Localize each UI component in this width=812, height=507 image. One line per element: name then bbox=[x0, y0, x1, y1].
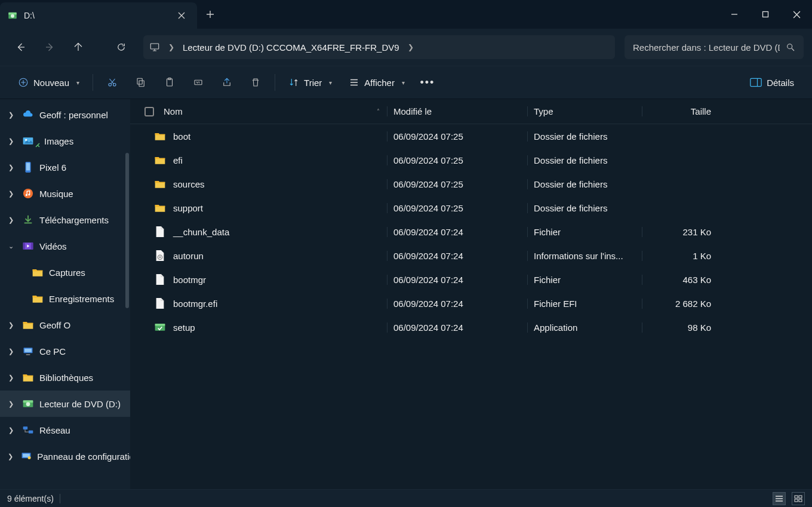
chevron-icon[interactable]: ❯ bbox=[5, 453, 16, 460]
toolbar: Nouveau ▾ Trier ▾ Afficher ▾ ••• Détails bbox=[0, 66, 812, 99]
chevron-icon[interactable]: ❯ bbox=[5, 216, 17, 224]
copy-button[interactable] bbox=[128, 71, 154, 94]
maximize-button[interactable] bbox=[750, 0, 781, 29]
header-type[interactable]: Type bbox=[527, 106, 642, 116]
file-modified: 06/09/2024 07:25 bbox=[387, 155, 527, 165]
sort-button[interactable]: Trier ▾ bbox=[281, 71, 339, 94]
minimize-button[interactable] bbox=[719, 0, 750, 29]
file-row[interactable]: bootmgr06/09/2024 07:24Fichier463 Ko bbox=[130, 268, 812, 291]
sidebar-item[interactable]: Enregistrements bbox=[0, 285, 130, 312]
file-name: sources bbox=[173, 179, 205, 189]
sidebar-item[interactable]: Captures bbox=[0, 259, 130, 285]
sidebar-item[interactable]: ❯Bibliothèques bbox=[0, 364, 130, 391]
svg-rect-14 bbox=[751, 78, 761, 86]
file-row[interactable]: efi06/09/2024 07:25Dossier de fichiers bbox=[130, 148, 812, 172]
tab-close-button[interactable] bbox=[173, 7, 190, 24]
chevron-icon[interactable]: ❯ bbox=[5, 400, 17, 408]
file-row[interactable]: sources06/09/2024 07:25Dossier de fichie… bbox=[130, 172, 812, 196]
chevron-icon[interactable]: ❯ bbox=[5, 426, 17, 434]
chevron-icon[interactable]: ❯ bbox=[5, 348, 17, 355]
folder-icon bbox=[154, 202, 166, 214]
sidebar-item-label: Lecteur de DVD (D:) bbox=[39, 399, 121, 409]
titlebar: D:\ bbox=[0, 0, 812, 29]
file-row[interactable]: support06/09/2024 07:25Dossier de fichie… bbox=[130, 196, 812, 220]
sidebar-item[interactable]: ❯Téléchargements bbox=[0, 207, 130, 233]
sidebar-item-label: Réseau bbox=[39, 425, 70, 435]
details-pane-button[interactable]: Détails bbox=[743, 71, 801, 94]
sidebar-item[interactable]: ❯Pixel 6 bbox=[0, 154, 130, 180]
svg-rect-41 bbox=[795, 499, 798, 502]
breadcrumb-segment[interactable]: Lecteur de DVD (D:) CCCOMA_X64FRE_FR-FR_… bbox=[183, 42, 399, 53]
header-name[interactable]: Nom ˄ bbox=[130, 106, 387, 116]
chevron-right-icon[interactable]: ❯ bbox=[405, 43, 416, 51]
file-row[interactable]: setup06/09/2024 07:24Application98 Ko bbox=[130, 315, 812, 339]
forward-button[interactable] bbox=[37, 35, 62, 60]
chevron-icon[interactable]: ⌄ bbox=[5, 242, 17, 250]
sidebar-item[interactable]: ❯Musique bbox=[0, 180, 130, 207]
sidebar-item[interactable]: ❯Geoff : personnel bbox=[0, 102, 130, 128]
svg-rect-9 bbox=[139, 81, 144, 87]
svg-point-16 bbox=[25, 139, 27, 141]
rename-button[interactable] bbox=[185, 71, 211, 94]
app-icon bbox=[154, 321, 166, 333]
chevron-icon[interactable]: ❯ bbox=[5, 164, 17, 171]
chevron-icon[interactable]: ❯ bbox=[5, 111, 17, 119]
file-type: Dossier de fichiers bbox=[527, 131, 642, 142]
chevron-icon[interactable]: ❯ bbox=[5, 137, 17, 145]
dvd-icon bbox=[21, 397, 35, 410]
header-modified[interactable]: Modifié le bbox=[387, 106, 527, 116]
window-controls bbox=[719, 0, 812, 29]
chevron-icon[interactable]: ❯ bbox=[5, 374, 17, 382]
close-button[interactable] bbox=[781, 0, 812, 29]
refresh-button[interactable] bbox=[109, 35, 134, 60]
file-type: Informations sur l'ins... bbox=[527, 251, 642, 261]
sidebar-scrollbar[interactable] bbox=[125, 153, 129, 308]
thumbnails-view-toggle[interactable] bbox=[792, 492, 805, 505]
address-bar[interactable]: ❯ Lecteur de DVD (D:) CCCOMA_X64FRE_FR-F… bbox=[143, 35, 615, 59]
sidebar-item[interactable]: ❯Panneau de configuration bbox=[0, 443, 130, 469]
new-button[interactable]: Nouveau ▾ bbox=[11, 71, 87, 94]
search-input[interactable]: Rechercher dans : Lecteur de DVD (D:) CC… bbox=[625, 35, 804, 59]
sidebar-item[interactable]: ⌄Vidéos bbox=[0, 233, 130, 259]
file-row[interactable]: __chunk_data06/09/2024 07:24Fichier231 K… bbox=[130, 220, 812, 244]
chevron-icon[interactable]: ❯ bbox=[5, 190, 17, 198]
file-modified: 06/09/2024 07:24 bbox=[387, 322, 527, 333]
chevron-right-icon[interactable]: ❯ bbox=[166, 43, 177, 51]
chevron-down-icon: ▾ bbox=[76, 79, 79, 86]
svg-rect-40 bbox=[799, 496, 802, 498]
header-size[interactable]: Taille bbox=[642, 106, 719, 116]
sidebar-item[interactable]: ❯Images bbox=[0, 128, 130, 154]
chevron-icon[interactable]: ❯ bbox=[5, 321, 17, 329]
details-view-toggle[interactable] bbox=[773, 492, 786, 505]
file-type: Dossier de fichiers bbox=[527, 155, 642, 165]
select-all-checkbox[interactable] bbox=[144, 107, 154, 116]
new-tab-button[interactable] bbox=[197, 0, 223, 29]
up-button[interactable] bbox=[66, 35, 91, 60]
share-button[interactable] bbox=[214, 71, 240, 94]
file-modified: 06/09/2024 07:24 bbox=[387, 299, 527, 309]
file-row[interactable]: bootmgr.efi06/09/2024 07:24Fichier EFI2 … bbox=[130, 291, 812, 315]
delete-button[interactable] bbox=[242, 71, 269, 94]
file-row[interactable]: autorun06/09/2024 07:24Informations sur … bbox=[130, 244, 812, 268]
folder-icon bbox=[154, 154, 166, 166]
back-button[interactable] bbox=[8, 35, 33, 60]
tab-current[interactable]: D:\ bbox=[0, 2, 197, 29]
file-type: Application bbox=[527, 322, 642, 333]
cut-button[interactable] bbox=[99, 71, 125, 94]
sidebar-item[interactable]: ❯Ce PC bbox=[0, 338, 130, 364]
sidebar-item[interactable]: ❯Geoff O bbox=[0, 312, 130, 338]
svg-point-5 bbox=[788, 44, 792, 49]
file-name: setup bbox=[173, 322, 195, 333]
view-button[interactable]: Afficher ▾ bbox=[342, 71, 412, 94]
file-row[interactable]: boot06/09/2024 07:25Dossier de fichiers bbox=[130, 124, 812, 148]
status-bar: 9 élément(s) bbox=[0, 489, 812, 507]
sidebar-item[interactable]: ❯Réseau bbox=[0, 417, 130, 443]
sidebar-item[interactable]: ❯Lecteur de DVD (D:) bbox=[0, 391, 130, 417]
sidebar-item-label: Pixel 6 bbox=[39, 162, 66, 173]
svg-point-19 bbox=[23, 189, 33, 198]
more-button[interactable]: ••• bbox=[414, 71, 441, 94]
svg-rect-31 bbox=[29, 431, 33, 434]
sidebar-item-label: Captures bbox=[49, 268, 85, 278]
file-type: Fichier bbox=[527, 227, 642, 237]
paste-button[interactable] bbox=[156, 71, 183, 94]
